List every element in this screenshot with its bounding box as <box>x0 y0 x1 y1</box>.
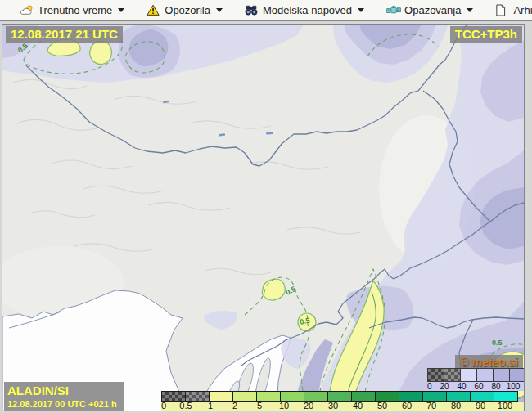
contour-label: 0.5 <box>284 285 297 297</box>
legend-tick-label: 0.5 <box>179 402 192 411</box>
menubar: Trenutno vreme Opozorila <box>0 0 532 21</box>
legend-tick-label: 80 <box>451 402 461 411</box>
precip-legend-labels: 00.5125102030405060708090100 <box>161 402 525 411</box>
menu-label: Modelska napoved <box>263 4 352 16</box>
chevron-down-icon <box>118 8 124 12</box>
chevron-down-icon <box>216 8 223 12</box>
legend-tick-label: 30 <box>328 402 338 411</box>
precip-legend-cells <box>161 391 525 402</box>
map-frame: 0.5 0.5 0.5 0.5 12.08.2017 21 UTC TCC+TP… <box>2 24 525 411</box>
legend-tick-label: 50 <box>377 402 387 411</box>
model-run-info: 12.08.2017 00 UTC +021 h <box>7 399 117 411</box>
precipitation-legend: 00.5125102030405060708090100 <box>161 391 525 411</box>
menu-item-trenutno-vreme[interactable]: Trenutno vreme <box>20 4 124 16</box>
menu-label: Opozorila <box>165 4 210 16</box>
legend-tick-label: 70 <box>426 402 436 411</box>
lakes-layer <box>163 101 273 137</box>
menu-item-opazovanja[interactable]: Opazovanja <box>386 4 473 16</box>
menu-label: Opazovanja <box>404 4 461 16</box>
sun-cloud-icon <box>20 4 34 16</box>
menu-item-arhiv[interactable]: Arhiv <box>495 4 532 16</box>
legend-tick-label: 20 <box>304 402 313 411</box>
legend-tick-label: 5 <box>257 402 262 411</box>
menu-item-modelska-napoved[interactable]: Modelska napoved <box>245 4 364 16</box>
model-name: ALADIN/SI <box>7 384 117 399</box>
legend-tick-label: 60 <box>474 382 483 391</box>
legend-cell <box>460 368 477 382</box>
menu-item-opozorila[interactable]: Opozorila <box>147 4 223 16</box>
legend-cell <box>476 368 494 382</box>
legend-cell <box>509 368 525 382</box>
legend-cell <box>493 368 510 382</box>
binoculars-icon <box>245 4 259 16</box>
legend-cell <box>427 368 444 382</box>
legend-tick-label: 0 <box>161 402 166 411</box>
cloud-cover-legend: 020406080100 <box>427 368 525 391</box>
legend-tick-label: 40 <box>457 382 466 391</box>
legend-tick-label: 10 <box>279 402 289 411</box>
menu-label: Trenutno vreme <box>38 4 112 16</box>
model-info-label: ALADIN/SI 12.08.2017 00 UTC +021 h <box>4 382 124 411</box>
satellite-icon <box>386 4 400 16</box>
legend-tick-label: 1 <box>208 402 213 411</box>
legend-tick-label: 80 <box>491 382 500 391</box>
legend-tick-label: 90 <box>476 402 485 411</box>
weather-app-window: Trenutno vreme Opozorila <box>0 0 532 413</box>
menu-label: Arhiv <box>513 4 532 16</box>
legend-tick-label: 20 <box>440 382 449 391</box>
cloud-legend-cells <box>427 368 525 382</box>
document-icon <box>495 4 509 16</box>
warning-icon <box>147 4 160 16</box>
legend-tick-label: 60 <box>402 402 412 411</box>
product-label: TCC+TP3h <box>450 26 522 43</box>
contour-label: 0.5 <box>492 339 503 347</box>
valid-time-label: 12.08.2017 21 UTC <box>6 26 123 43</box>
legend-tick-label: 0 <box>427 382 432 391</box>
legend-tick-label: 100 <box>498 402 512 411</box>
cloud-legend-labels: 020406080100 <box>427 382 525 391</box>
chevron-down-icon <box>467 8 473 12</box>
chevron-down-icon <box>358 8 364 12</box>
legend-cell <box>444 368 461 382</box>
legend-tick-label: 40 <box>353 402 363 411</box>
legend-tick-label: 100 <box>507 382 521 391</box>
weather-map: 0.5 0.5 0.5 0.5 <box>2 25 524 411</box>
legend-tick-label: 2 <box>232 402 237 411</box>
